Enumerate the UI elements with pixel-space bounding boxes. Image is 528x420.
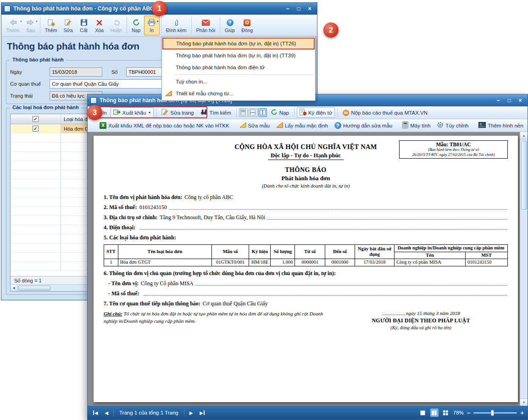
preview-toolbar-row2: X Xuất khẩu XML để nộp báo cáo hoặc NK v… (88, 119, 528, 132)
zoom-slider[interactable] (473, 412, 517, 414)
close-window-icon: O (244, 18, 250, 27)
row-count-label: Số dòng = 1 (14, 278, 42, 283)
scroll-up-icon[interactable]: ▲ (520, 132, 528, 139)
search-button[interactable]: Tìm kiếm (198, 108, 234, 117)
first-page-button[interactable]: ◀ (91, 408, 100, 417)
zoom-page-width-icon[interactable] (419, 409, 427, 417)
zoom-in-button[interactable]: + (520, 409, 524, 416)
edit-page-button[interactable]: Sửa trang (159, 107, 196, 118)
toolbar-separator (236, 108, 237, 117)
table-row: 1 Hóa đơn GTGT 01GTKT0/001 HM/18E 1.000 … (104, 259, 508, 266)
prev-page-button[interactable]: ◀ (102, 408, 111, 417)
refresh-button[interactable]: Nạp (128, 16, 144, 35)
doc-item-6a: - Tên đơn vị:Công ty Cổ phần MISA (104, 280, 508, 287)
doc-item-4: 4. Điện thoại: (104, 224, 508, 231)
forward-caret-icon[interactable]: ▼ (35, 20, 38, 23)
back-caret-icon[interactable]: ▼ (20, 20, 22, 23)
form-number: Mẫu: TB01/AC (401, 142, 506, 147)
save-button[interactable]: Cất (76, 16, 92, 35)
edit-button[interactable]: Sửa (61, 16, 76, 35)
calculator-button[interactable]: Máy tính (400, 120, 433, 131)
next-page-button[interactable]: ▶ (187, 408, 195, 417)
scroll-down-icon[interactable]: ▼ (520, 398, 528, 406)
menu-item-tt26[interactable]: Thông báo phát hành hóa đơn (tự in, đặt … (162, 38, 315, 50)
toolbar-separator (127, 17, 127, 34)
doc-item-3: 3. Địa chỉ trụ sở chính:Tầng 9 Technosof… (104, 214, 508, 221)
binoculars-icon (200, 109, 208, 116)
attach-button[interactable]: Đính kèm (163, 16, 190, 35)
customize-icon (437, 122, 444, 129)
export-caret-icon[interactable]: ▼ (148, 111, 151, 114)
preview-app-icon (90, 97, 97, 104)
vertical-scrollbar[interactable]: ▲ ▼ (520, 132, 528, 406)
scroll-left-icon[interactable]: ◀ (11, 285, 17, 292)
doc-item-6b: - Mã số thuế: (104, 290, 508, 297)
customize-button[interactable]: Tùy chỉnh (434, 120, 471, 131)
vertical-scroll-thumb[interactable] (521, 141, 527, 210)
preview-close-button[interactable]: × (516, 97, 525, 104)
minimize-button[interactable]: − (283, 5, 292, 12)
toolbar-separator (294, 108, 295, 117)
calculator-icon (402, 122, 408, 129)
edit-icon (64, 18, 72, 27)
preview-area: CỘNG HÒA XÃ HỘI CHỦ NGHĨA VIỆT NAM Độc l… (88, 132, 528, 406)
scroll-thumb[interactable] (18, 286, 50, 291)
add-button[interactable]: Thêm (42, 16, 61, 35)
template-help-button[interactable]: ? Hướng dẫn sửa mẫu (332, 121, 395, 130)
help-button[interactable]: ? Giúp (222, 16, 238, 35)
default-template-icon (276, 122, 283, 129)
export-xml-button[interactable]: X Xuất khẩu XML để nộp báo cáo hoặc NK v… (97, 121, 232, 130)
delete-icon (96, 18, 103, 27)
doc-remark: Ghi chú: Tổ chức tự in hóa đơn đặt in ho… (104, 310, 334, 330)
menu-item-tt39[interactable]: Thông báo phát hành hóa đơn (tự in, đặt … (162, 50, 315, 61)
envelope-icon (202, 18, 210, 27)
menu-item-print-options[interactable]: Tuỳ chọn in... (162, 76, 315, 88)
select-all-checkbox[interactable]: ✓ (33, 116, 39, 122)
export-button[interactable]: Xuất khẩu ▼ (111, 107, 154, 118)
date-field[interactable]: 15/03/2018 (50, 67, 102, 77)
mtax-submit-button[interactable]: m Nộp báo cáo thuế qua MTAX.VN (340, 108, 430, 117)
tax-office-field[interactable]: Cơ quan thuế Quận Cầu Giấy (50, 79, 162, 88)
row-checkbox[interactable]: ✓ (33, 126, 39, 132)
back-button[interactable]: Trước ▼ (3, 16, 23, 35)
menu-separator (175, 74, 313, 75)
view-facing-icon[interactable] (258, 108, 267, 117)
preview-refresh-button[interactable]: Nạp (268, 107, 292, 118)
print-caret-icon[interactable]: ▼ (156, 20, 159, 23)
export-icon (113, 109, 121, 116)
zoom-slider-thumb[interactable] (491, 410, 494, 416)
preview-maximize-button[interactable]: □ (505, 97, 514, 104)
zoom-multi-page-icon[interactable] (442, 409, 450, 417)
close-button[interactable]: × (305, 5, 314, 12)
save-icon (80, 18, 88, 27)
form-number-box: Mẫu: TB01/AC (Ban hành kèm theo Thông tư… (399, 140, 508, 159)
preview-statusbar: ◀ ◀ Trang 1 của tổng 1 Trang ▶ ▶ 78% − (88, 406, 528, 420)
preview-minimize-button[interactable]: − (494, 97, 503, 104)
view-single-page-icon[interactable] (239, 108, 248, 117)
screen: Thông báo phát hành hóa đơn - Công ty cổ… (0, 0, 528, 420)
maximize-button[interactable]: □ (294, 5, 303, 12)
forward-arrow-icon (26, 18, 35, 27)
toolbar-separator (337, 108, 338, 117)
forward-button[interactable]: Sau ▼ (23, 16, 39, 35)
print-dropdown-menu: Thông báo phát hành hóa đơn (tự in, đặt … (161, 36, 316, 101)
edit-template-button[interactable]: Sửa mẫu (237, 121, 272, 130)
doc-item-2: 2. Mã số thuế:0101243150 (104, 204, 508, 211)
close-window-button[interactable]: O Đóng (238, 16, 256, 35)
menu-item-e-invoice[interactable]: Thông báo phát hành hóa đơn điện tử (162, 61, 315, 73)
last-page-button[interactable]: ▶ (198, 408, 206, 417)
add-background-button[interactable]: Thêm hình nền (476, 121, 526, 130)
back-toolbar: Trước ▼ Sau ▼ Thêm Sửa (1, 15, 317, 37)
view-continuous-icon[interactable] (249, 108, 257, 117)
feedback-button[interactable]: Phản hồi (193, 16, 218, 35)
menu-item-design-template[interactable]: Thiết kế mẫu chứng từ... (162, 88, 315, 99)
digital-sign-button[interactable]: Ký điện tử (297, 107, 335, 118)
default-template-button[interactable]: Lấy mẫu mặc định (273, 121, 331, 130)
doc-title: THÔNG BÁO (104, 166, 508, 174)
print-button[interactable]: In ▼ (144, 16, 160, 35)
undo-button[interactable]: Hoãn (107, 16, 125, 35)
zoom-whole-page-icon[interactable] (430, 409, 439, 417)
delete-button[interactable]: Xóa (92, 16, 107, 35)
mtax-icon: m (343, 110, 349, 116)
zoom-out-button[interactable]: − (467, 409, 471, 416)
